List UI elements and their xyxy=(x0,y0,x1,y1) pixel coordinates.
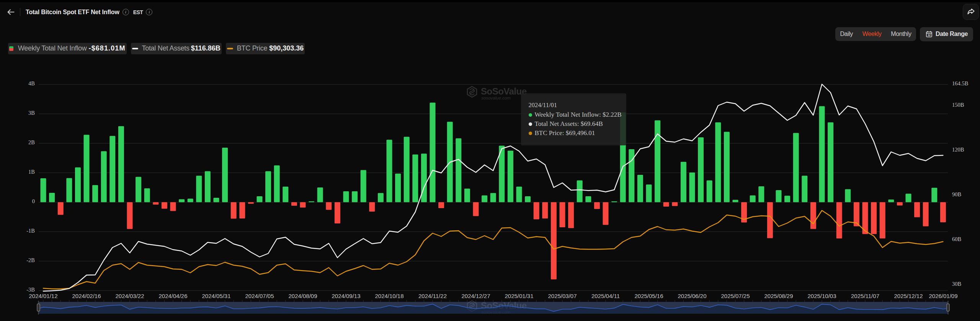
svg-text:2025/03/07: 2025/03/07 xyxy=(548,293,577,299)
svg-text:SoSoValue: SoSoValue xyxy=(481,86,527,96)
svg-text:2025/04/11: 2025/04/11 xyxy=(591,293,620,299)
svg-text:2025/06/20: 2025/06/20 xyxy=(678,293,706,299)
svg-text:2025/10/03: 2025/10/03 xyxy=(807,293,836,299)
svg-text:2026/01/09: 2026/01/09 xyxy=(929,293,957,299)
svg-text:2025/08/29: 2025/08/29 xyxy=(764,293,793,299)
svg-text:2024/12/27: 2024/12/27 xyxy=(461,293,490,299)
svg-text:150B: 150B xyxy=(952,102,964,108)
svg-text:2024/03/22: 2024/03/22 xyxy=(115,293,144,299)
svg-text:90B: 90B xyxy=(952,191,961,197)
svg-text:2024/10/18: 2024/10/18 xyxy=(375,293,403,299)
svg-text:-1B: -1B xyxy=(26,228,35,234)
svg-text:12: 12 xyxy=(928,33,931,37)
svg-text:3B: 3B xyxy=(28,110,35,116)
svg-text:164.5B: 164.5B xyxy=(952,80,968,86)
svg-text:30B: 30B xyxy=(952,281,961,287)
svg-text:4B: 4B xyxy=(28,80,35,86)
svg-text:2025/05/16: 2025/05/16 xyxy=(634,293,663,299)
svg-text:2025/11/07: 2025/11/07 xyxy=(851,293,879,299)
svg-text:2024/05/31: 2024/05/31 xyxy=(202,293,230,299)
svg-text:2024/07/05: 2024/07/05 xyxy=(245,293,274,299)
svg-text:2025/12/12: 2025/12/12 xyxy=(894,293,923,299)
svg-text:2024/04/26: 2024/04/26 xyxy=(158,293,187,299)
svg-text:0: 0 xyxy=(32,198,35,204)
svg-text:-2B: -2B xyxy=(26,257,35,263)
svg-text:-3B: -3B xyxy=(26,287,35,293)
svg-text:2024/11/22: 2024/11/22 xyxy=(418,293,447,299)
svg-text:2025/01/31: 2025/01/31 xyxy=(505,293,533,299)
svg-text:2024/02/16: 2024/02/16 xyxy=(72,293,101,299)
svg-text:2024/09/13: 2024/09/13 xyxy=(332,293,360,299)
svg-text:2025/07/25: 2025/07/25 xyxy=(721,293,750,299)
svg-text:60B: 60B xyxy=(952,236,961,242)
svg-text:2024/08/09: 2024/08/09 xyxy=(288,293,317,299)
svg-text:2B: 2B xyxy=(28,139,35,145)
svg-text:2024/01/12: 2024/01/12 xyxy=(29,293,57,299)
svg-text:sosovalue.com: sosovalue.com xyxy=(481,96,511,100)
svg-text:120B: 120B xyxy=(952,147,964,153)
svg-text:1B: 1B xyxy=(28,169,35,175)
